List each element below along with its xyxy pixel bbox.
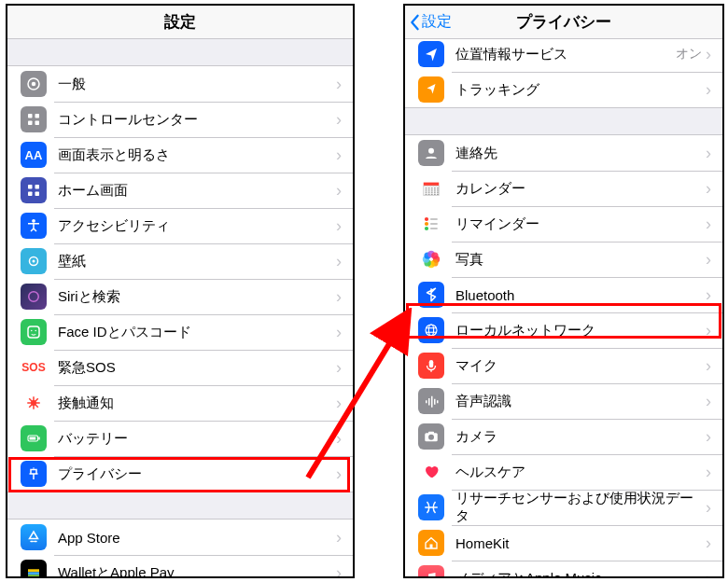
privacy-row-tracking[interactable]: トラッキング› xyxy=(405,72,722,107)
row-label: 接触通知 xyxy=(58,395,336,412)
svg-point-71 xyxy=(428,325,433,336)
settings-row-home[interactable]: ホーム画面› xyxy=(7,173,353,208)
svg-point-29 xyxy=(33,467,35,469)
svg-rect-47 xyxy=(428,191,430,192)
privacy-row-reminders[interactable]: リマインダー› xyxy=(405,206,722,242)
settings-row-control[interactable]: コントロールセンター› xyxy=(7,102,353,137)
chevron-right-icon: › xyxy=(706,145,722,161)
row-label: プライバシー xyxy=(58,465,336,483)
svg-point-16 xyxy=(35,330,37,332)
privacy-row-bluetooth[interactable]: Bluetooth› xyxy=(405,277,722,312)
settings-row-battery[interactable]: バッテリー› xyxy=(7,421,353,456)
svg-rect-52 xyxy=(428,194,430,195)
privacy-row-mic[interactable]: マイク› xyxy=(405,348,722,383)
music-icon xyxy=(418,565,455,576)
faceid-icon xyxy=(21,319,58,345)
svg-rect-9 xyxy=(35,192,40,197)
svg-rect-46 xyxy=(426,191,427,192)
row-label: アクセシビリティ xyxy=(58,217,336,235)
chevron-right-icon: › xyxy=(706,215,722,232)
settings-row-privacy[interactable]: プライバシー› xyxy=(7,456,353,492)
chevron-right-icon: › xyxy=(706,251,722,268)
homekit-icon xyxy=(418,530,455,556)
settings-row-display[interactable]: AA画面表示と明るさ› xyxy=(7,137,353,173)
row-label: HomeKit xyxy=(455,535,706,551)
health-icon xyxy=(418,459,455,485)
privacy-icon xyxy=(21,461,58,487)
svg-rect-54 xyxy=(434,194,436,195)
settings-row-wallpaper[interactable]: 壁紙› xyxy=(7,243,353,279)
row-label: リマインダー xyxy=(455,215,706,233)
privacy-row-photos[interactable]: 写真› xyxy=(405,242,722,277)
settings-row-exposure[interactable]: 接触通知› xyxy=(7,385,353,421)
settings-list[interactable]: 一般›コントロールセンター›AA画面表示と明るさ›ホーム画面›アクセシビリティ›… xyxy=(7,39,353,576)
svg-rect-42 xyxy=(428,189,430,190)
row-label: ヘルスケア xyxy=(455,464,706,481)
svg-rect-8 xyxy=(28,192,33,197)
privacy-row-homekit[interactable]: HomeKit› xyxy=(405,525,722,561)
chevron-right-icon: › xyxy=(336,324,353,340)
home-icon xyxy=(21,177,58,203)
contacts-icon xyxy=(418,140,455,166)
svg-rect-4 xyxy=(28,121,33,126)
svg-rect-43 xyxy=(431,189,433,190)
svg-rect-48 xyxy=(431,191,433,192)
privacy-row-localnet[interactable]: ローカルネットワーク› xyxy=(405,312,722,348)
mic-icon xyxy=(418,353,455,379)
wallet-icon xyxy=(21,560,58,576)
settings-row-sos[interactable]: SOS緊急SOS› xyxy=(7,350,353,385)
privacy-row-speech[interactable]: 音声認識› xyxy=(405,383,722,419)
svg-rect-3 xyxy=(35,114,40,118)
reminders-icon xyxy=(418,211,455,237)
sos-icon: SOS xyxy=(21,354,58,381)
chevron-right-icon: › xyxy=(706,464,722,480)
chevron-right-icon: › xyxy=(336,146,353,163)
calendar-icon xyxy=(418,175,455,201)
chevron-right-icon: › xyxy=(336,76,353,92)
appstore-icon xyxy=(21,524,58,550)
svg-rect-14 xyxy=(28,326,39,338)
privacy-list[interactable]: 位置情報サービスオン›トラッキング› 連絡先›カレンダー›リマインダー›写真›B… xyxy=(405,39,722,576)
svg-rect-6 xyxy=(28,185,33,189)
row-label: 画面表示と明るさ xyxy=(58,146,336,164)
row-label: Face IDとパスコード xyxy=(58,324,336,341)
svg-point-12 xyxy=(33,260,35,263)
chevron-right-icon: › xyxy=(706,570,722,576)
settings-row-siri[interactable]: Siriと検索› xyxy=(7,279,353,314)
settings-row-access[interactable]: アクセシビリティ› xyxy=(7,208,353,243)
privacy-row-calendar[interactable]: カレンダー› xyxy=(405,171,722,206)
access-icon xyxy=(21,213,58,239)
back-label: 設定 xyxy=(422,12,452,32)
privacy-row-location[interactable]: 位置情報サービスオン› xyxy=(405,39,722,72)
chevron-right-icon: › xyxy=(706,46,722,62)
chevron-left-icon xyxy=(409,14,420,31)
svg-point-10 xyxy=(32,219,35,223)
svg-rect-55 xyxy=(437,194,439,195)
row-label: Bluetooth xyxy=(455,287,706,303)
chevron-right-icon: › xyxy=(336,253,353,270)
svg-rect-44 xyxy=(434,189,436,190)
privacy-row-research[interactable]: リサーチセンサーおよび使用状況データ› xyxy=(405,490,722,525)
svg-point-69 xyxy=(431,252,438,258)
privacy-row-contacts[interactable]: 連絡先› xyxy=(405,135,722,171)
svg-rect-7 xyxy=(35,185,40,189)
row-label: バッテリー xyxy=(58,430,336,448)
svg-rect-78 xyxy=(434,399,436,405)
svg-point-13 xyxy=(29,292,39,302)
svg-rect-36 xyxy=(426,187,427,188)
settings-row-general[interactable]: 一般› xyxy=(7,66,353,102)
row-label: コントロールセンター xyxy=(58,111,336,129)
back-button[interactable]: 設定 xyxy=(409,6,452,38)
settings-row-appstore[interactable]: App Store› xyxy=(7,520,353,555)
svg-rect-75 xyxy=(426,400,427,403)
settings-row-wallet[interactable]: WalletとApple Pay› xyxy=(7,555,353,576)
privacy-row-music[interactable]: メディアとApple Music› xyxy=(405,561,722,576)
privacy-row-health[interactable]: ヘルスケア› xyxy=(405,454,722,490)
svg-rect-5 xyxy=(35,121,40,126)
display-icon: AA xyxy=(21,142,58,168)
privacy-row-camera[interactable]: カメラ› xyxy=(405,419,722,454)
svg-point-57 xyxy=(425,222,428,226)
svg-point-33 xyxy=(428,148,434,154)
svg-rect-49 xyxy=(434,191,436,192)
settings-row-faceid[interactable]: Face IDとパスコード› xyxy=(7,314,353,350)
